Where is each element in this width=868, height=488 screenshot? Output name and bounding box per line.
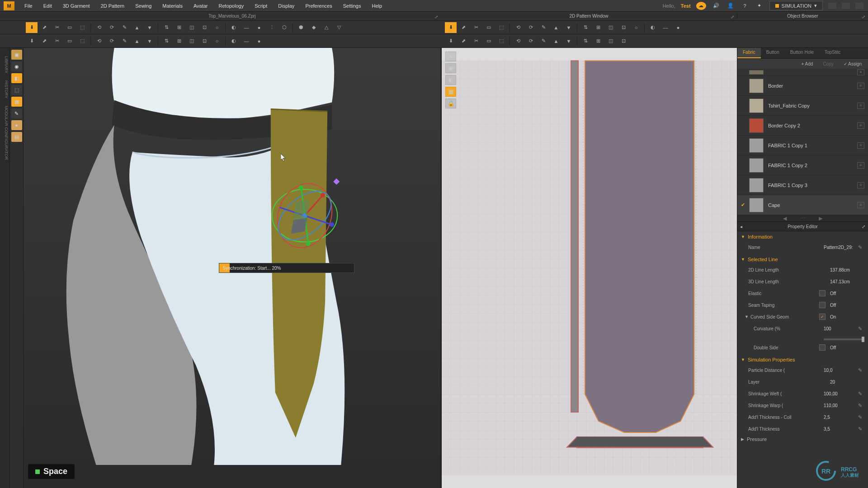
tool-tools-2d-1-10[interactable]: ⇅ [580,22,591,33]
vp2d-icon-2[interactable]: ▣ [445,63,456,73]
add-button[interactable]: + Add [798,61,817,67]
tool-tools-3d-2-17[interactable]: ● [253,36,265,47]
expand-browser-icon[interactable]: ⤢ [862,14,865,19]
side-icon-3[interactable]: ◧ [11,73,22,83]
prop-selected-line-header[interactable]: ▼ Selected Line [737,255,868,264]
double-checkbox[interactable] [819,344,826,351]
tool-tools-2d-2-3[interactable]: ▭ [483,36,495,47]
prop-collapse-icon[interactable]: ◂ [740,224,742,229]
window-close[interactable] [855,3,863,9]
weft-value[interactable]: 100,00 [822,390,858,397]
fabric-options-icon[interactable]: ≡ [857,162,864,169]
prop-name-value[interactable]: Pattern2D_29: [822,244,858,251]
edit-icon[interactable]: ✎ [858,426,864,432]
tool-tools-3d-2-1[interactable]: ⬈ [38,36,50,47]
cloud-icon[interactable]: ☁ [696,2,706,10]
simulation-button[interactable]: SIMULATION ▾ [769,1,823,10]
tool-tools-2d-1-8[interactable]: ▲ [550,22,562,33]
menu-sewing[interactable]: Sewing [130,1,157,10]
warp-value[interactable]: 110,00 [822,402,858,409]
tool-tools-2d-1-7[interactable]: ✎ [538,22,549,33]
vp2d-icon-5[interactable]: 🔒 [445,99,456,108]
fabric-options-icon[interactable]: ≡ [857,202,864,208]
menu-edit[interactable]: Edit [38,1,57,10]
tool-tools-3d-1-15[interactable]: ◐ [228,22,240,33]
side-icon-6[interactable]: ✎ [11,108,22,118]
fabric-options-icon[interactable]: ≡ [857,69,864,75]
fabric-item-3[interactable]: Border Copy 2 ≡ [737,116,868,136]
tool-tools-2d-1-17[interactable]: ● [672,22,684,33]
tool-tools-2d-1-0[interactable]: ⬇ [445,22,457,33]
menu-2d-pattern[interactable]: 2D Pattern [95,1,130,10]
viewport-3d[interactable]: Synchronization: Start... 20% Space [24,48,441,488]
prop-expand-icon[interactable]: ⤢ [862,224,865,229]
tool-tools-3d-1-1[interactable]: ⬈ [38,22,50,33]
vp2d-icon-1[interactable]: ⬊ [445,52,456,61]
tool-tools-2d-2-0[interactable]: ⬇ [445,36,457,47]
tool-tools-3d-2-5[interactable]: ⟲ [93,36,105,47]
tool-tools-3d-1-7[interactable]: ✎ [118,22,130,33]
vp2d-icon-4[interactable]: ▦ [445,87,456,97]
window-minimize[interactable] [828,3,836,9]
assign-button[interactable]: ✓ Assign [840,61,865,67]
tool-tools-3d-2-0[interactable]: ⬇ [26,36,38,47]
tool-tools-2d-2-12[interactable]: ◫ [605,36,617,47]
edit-icon[interactable]: ✎ [858,367,864,373]
fabric-item-4[interactable]: FABRIC 1 Copy 1 ≡ [737,136,868,155]
copy-button[interactable]: Copy [819,61,837,67]
tool-tools-3d-2-12[interactable]: ◫ [186,36,198,47]
tool-tools-2d-1-6[interactable]: ⟳ [525,22,537,33]
tool-tools-2d-1-4[interactable]: ⬚ [495,22,507,33]
fabric-item-0[interactable]: ≡ [737,69,868,76]
tool-tools-3d-1-10[interactable]: ⇅ [160,22,172,33]
edit-icon[interactable]: ✎ [858,326,864,332]
side-icon-2[interactable]: ◉ [11,61,22,71]
curved-checkbox[interactable]: ✓ [819,314,826,320]
prop-simulation-header[interactable]: ▼ Simulation Properties [737,355,868,364]
window-restore[interactable] [842,3,850,9]
tool-tools-2d-1-11[interactable]: ⊞ [592,22,604,33]
menu-retopology[interactable]: Retopology [213,1,250,10]
prop-information-header[interactable]: ▼ Information [737,232,868,241]
tool-tools-2d-2-1[interactable]: ⬈ [458,36,469,47]
tool-tools-3d-2-15[interactable]: ◐ [228,36,240,47]
tool-tools-3d-1-22[interactable]: △ [321,22,332,33]
th1-value[interactable]: 2,5 [822,414,858,421]
fabric-options-icon[interactable]: ≡ [857,142,864,149]
rp-tab-fabric[interactable]: Fabric [737,48,761,58]
tool-tools-3d-2-2[interactable]: ✂ [51,36,63,47]
menu-display[interactable]: Display [273,1,300,10]
tool-tools-2d-1-1[interactable]: ⬈ [458,22,469,33]
chevron-down-icon[interactable]: ▾ [814,3,817,9]
side-icon-8[interactable]: ▤ [11,132,22,142]
edit-icon[interactable]: ✎ [858,244,864,250]
tool-tools-2d-2-8[interactable]: ▲ [550,36,562,47]
tool-tools-2d-1-5[interactable]: ⟲ [512,22,524,33]
gift-icon[interactable]: ✦ [755,1,764,10]
layer-value[interactable]: 20 [828,379,864,385]
tool-tools-2d-1-14[interactable]: ○ [630,22,642,33]
menu-3d-garment[interactable]: 3D Garment [57,1,95,10]
edit-icon[interactable]: ✎ [858,414,864,420]
tool-tools-3d-2-9[interactable]: ▼ [144,36,156,47]
tool-tools-2d-2-6[interactable]: ⟳ [525,36,537,47]
edit-icon[interactable]: ✎ [858,403,864,408]
rp-tab-button[interactable]: Button [761,48,785,58]
tool-tools-3d-2-7[interactable]: ✎ [118,36,130,47]
tool-tools-2d-2-9[interactable]: ▼ [563,36,575,47]
fabric-options-icon[interactable]: ≡ [857,182,864,188]
tool-tools-3d-1-19[interactable]: ⬡ [278,22,290,33]
scroll-right-icon[interactable]: ▶ [819,216,822,221]
tool-tools-3d-1-8[interactable]: ▲ [131,22,143,33]
tool-tools-2d-1-3[interactable]: ▭ [483,22,495,33]
side-icon-7[interactable]: ● [11,120,22,130]
tool-tools-2d-1-16[interactable]: — [660,22,671,33]
user-icon[interactable]: 👤 [726,1,735,10]
fabric-options-icon[interactable]: ≡ [857,103,864,109]
vtab-library[interactable]: LIBRARY [0,52,9,77]
tool-tools-3d-1-14[interactable]: ○ [211,22,223,33]
expand-2d-icon[interactable]: ⤢ [731,14,734,19]
tool-tools-2d-1-2[interactable]: ✂ [470,22,482,33]
tool-tools-2d-2-10[interactable]: ⇅ [580,36,591,47]
tool-tools-2d-2-7[interactable]: ✎ [538,36,549,47]
